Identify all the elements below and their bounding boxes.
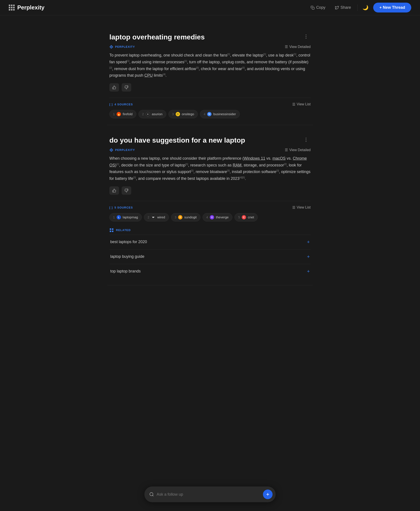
source-name: asurion: [152, 112, 163, 116]
macos-link[interactable]: macOS: [272, 156, 285, 161]
source-name: sundogit: [184, 215, 197, 219]
sources-divider-1: [109, 98, 311, 98]
thread-header-2: do you have suggestion for a new laptop …: [109, 136, 311, 144]
sources-divider-2: [109, 201, 311, 201]
more-options-button-2[interactable]: ⋮: [302, 136, 311, 143]
copy-icon: [311, 6, 315, 10]
source-chip-wired[interactable]: 2 W wired: [144, 213, 169, 221]
firefold-icon: 🔥: [117, 112, 121, 116]
source-chip-theverge[interactable]: 4 V theverge: [202, 213, 232, 221]
grid-icon[interactable]: [9, 5, 15, 10]
source-chip-firefold[interactable]: 1 🔥 firefold: [109, 110, 136, 118]
sources-row-2: [ ] 5 SOURCES ☰ View List: [109, 205, 311, 210]
source-chip-businessinsider[interactable]: 4 bi businessinsider: [200, 110, 240, 118]
svg-rect-2: [112, 228, 113, 230]
source-num: 5: [238, 216, 240, 219]
thread-card-1: laptop overheating remedies ⋮ PERPLEXITY…: [107, 24, 313, 125]
svg-point-5: [150, 493, 153, 496]
more-options-button-1[interactable]: ⋮: [302, 33, 311, 40]
related-header: RELATED: [109, 228, 311, 232]
source-num: 4: [204, 112, 205, 116]
list-icon-1: ☰: [292, 102, 295, 107]
asurion-icon: ●: [146, 112, 150, 116]
related-item-2[interactable]: laptop buying guide +: [109, 249, 311, 264]
source-name: cnet: [248, 215, 254, 219]
source-name: wired: [157, 215, 165, 219]
thread-body-2: When choosing a new laptop, one should c…: [109, 155, 311, 182]
thread-body-1: To prevent laptop overheating, one shoul…: [109, 52, 311, 79]
related-icon: [109, 228, 114, 232]
source-name: theverge: [216, 215, 229, 219]
share-icon: [335, 6, 339, 10]
thumbs-up-icon: [112, 85, 116, 89]
source-name: businessinsider: [213, 112, 236, 116]
perplexity-badge-1: PERPLEXITY: [109, 45, 135, 49]
dark-mode-icon[interactable]: 🌙: [361, 3, 370, 12]
source-num: 1: [113, 216, 115, 219]
copy-button[interactable]: Copy: [308, 3, 328, 12]
onsitego-icon: ⊙: [176, 112, 180, 116]
source-chip-sundogit[interactable]: 3 ☀ sundogit: [171, 213, 201, 221]
perplexity-logo-icon-2: [109, 148, 113, 152]
lines-icon-2: ☰: [285, 148, 288, 152]
bracket-sources-icon-2: [ ]: [109, 206, 113, 209]
plus-submit-icon: [266, 492, 270, 496]
sources-label-1: [ ] 4 SOURCES: [109, 103, 133, 106]
view-list-button-1[interactable]: ☰ View List: [292, 102, 311, 107]
source-chip-laptopmag[interactable]: 1 L laptopmag: [109, 213, 142, 221]
thumbs-up-button-1[interactable]: [109, 83, 119, 92]
sources-list-1: 1 🔥 firefold 2 ● asurion 3 ⊙ onsitego 4 …: [109, 110, 311, 118]
source-num: 3: [175, 216, 177, 219]
perplexity-badge-2: PERPLEXITY: [109, 148, 135, 152]
main-content: laptop overheating remedies ⋮ PERPLEXITY…: [103, 15, 317, 329]
thumbs-down-button-2[interactable]: [122, 186, 131, 195]
source-chip-cnet[interactable]: 5 C cnet: [234, 213, 258, 221]
cpu-link[interactable]: CPU: [144, 73, 153, 77]
related-plus-button-2[interactable]: +: [307, 254, 310, 260]
related-plus-button-1[interactable]: +: [307, 239, 310, 245]
view-list-button-2[interactable]: ☰ View List: [292, 205, 311, 210]
ram-link[interactable]: RAM: [233, 163, 241, 167]
source-num: 3: [172, 112, 174, 116]
followup-bar: [144, 487, 276, 502]
lines-icon-1: ☰: [285, 45, 288, 49]
windows11-link[interactable]: Windows 11: [244, 156, 265, 161]
vote-row-2: [109, 186, 311, 195]
thumbs-down-icon: [124, 85, 128, 89]
share-button[interactable]: Share: [332, 3, 354, 12]
divider: [357, 4, 358, 11]
followup-submit-button[interactable]: [263, 489, 273, 499]
related-item-3[interactable]: top laptop brands +: [109, 264, 311, 279]
source-num: 1: [113, 112, 115, 116]
sources-label-2: [ ] 5 SOURCES: [109, 206, 133, 209]
new-thread-button[interactable]: + New Thread: [373, 3, 411, 13]
source-name: firefold: [123, 112, 133, 116]
thumbs-up-button-2[interactable]: [109, 186, 119, 195]
related-plus-button-3[interactable]: +: [307, 269, 310, 274]
thumbs-down-icon-2: [124, 189, 128, 193]
svg-rect-3: [110, 230, 111, 232]
header-right: Copy Share 🌙 + New Thread: [308, 3, 411, 13]
related-item-1[interactable]: best laptops for 2020 +: [109, 235, 311, 249]
vote-row-1: [109, 83, 311, 92]
source-num: 2: [142, 112, 144, 116]
view-detailed-button-2[interactable]: ☰ View Detailed: [285, 148, 311, 152]
thumbs-down-button-1[interactable]: [122, 83, 131, 92]
businessinsider-icon: bi: [207, 112, 211, 116]
thread-title-1: laptop overheating remedies: [109, 33, 205, 41]
view-detailed-button-1[interactable]: ☰ View Detailed: [285, 45, 311, 49]
svg-rect-1: [110, 228, 111, 230]
thread-title-2: do you have suggestion for a new laptop: [109, 136, 245, 144]
source-chip-asurion[interactable]: 2 ● asurion: [138, 110, 166, 118]
thread-card-2: do you have suggestion for a new laptop …: [107, 125, 313, 285]
sources-row-1: [ ] 4 SOURCES ☰ View List: [109, 102, 311, 107]
laptopmag-icon: L: [117, 215, 121, 219]
svg-rect-0: [312, 7, 314, 9]
perplexity-logo-icon: [109, 45, 113, 49]
followup-input[interactable]: [157, 492, 260, 497]
sundogit-icon: ☀: [178, 215, 182, 219]
perplexity-row-2: PERPLEXITY ☰ View Detailed: [109, 148, 311, 152]
bracket-sources-icon: [ ]: [109, 103, 113, 106]
list-icon-2: ☰: [292, 205, 295, 210]
source-chip-onsitego[interactable]: 3 ⊙ onsitego: [168, 110, 198, 118]
